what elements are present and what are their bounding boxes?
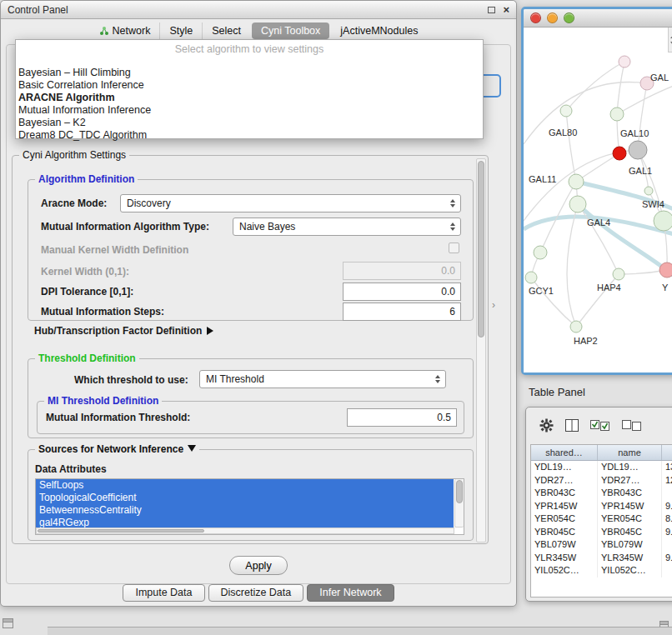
tab-discretize-data[interactable]: Discretize Data xyxy=(208,584,304,602)
table-row[interactable]: YBR043C YBR043C xyxy=(531,487,672,500)
tab-jactivemnodules[interactable]: jActiveMNodules xyxy=(331,22,427,39)
sources-group: Sources for Network Inference Data Attri… xyxy=(28,449,474,541)
network-node[interactable] xyxy=(654,211,672,231)
network-graph[interactable]: GALGAL80GAL10GAL11GAL1SWI4GAL4GCY1HAP4YH… xyxy=(524,28,672,372)
table-panel-window: shared… name YDL19… YDL19… 13 YDR27… YDR… xyxy=(525,407,672,602)
cell-shared-name: YDR27… xyxy=(531,474,598,488)
network-edge xyxy=(566,62,624,111)
network-node[interactable] xyxy=(613,268,624,280)
algorithm-option[interactable]: Dream8 DC_TDC Algorithm xyxy=(16,129,483,142)
node-table: shared… name YDL19… YDL19… 13 YDR27… YDR… xyxy=(530,444,672,598)
network-node[interactable] xyxy=(534,246,547,259)
kernel-width-label: Kernel Width (0,1): xyxy=(41,266,129,278)
sources-toggle[interactable]: Sources for Network Inference xyxy=(35,443,199,455)
attribute-item[interactable]: BetweennessCentrality xyxy=(36,504,454,517)
cell-extra: 13 xyxy=(662,461,672,474)
tab-infer-network[interactable]: Infer Network xyxy=(307,584,394,602)
network-node[interactable] xyxy=(613,147,626,160)
combo-arrows-icon xyxy=(432,375,445,383)
tab-style[interactable]: Style xyxy=(159,22,202,39)
network-node[interactable] xyxy=(569,196,586,212)
algorithm-option[interactable]: Bayesian – Hill Climbing xyxy=(16,67,483,79)
gear-icon[interactable] xyxy=(539,418,554,432)
cell-shared-name: YBR045C xyxy=(531,526,598,539)
algorithm-option-selected[interactable]: ARACNE Algorithm xyxy=(16,92,483,104)
tab-cyni-toolbox[interactable]: Cyni Toolbox xyxy=(252,22,329,39)
hub-definition-toggle[interactable]: Hub/Transcription Factor Definition xyxy=(34,325,213,337)
table-row[interactable]: YBR045C YBR045C 9. xyxy=(531,526,672,539)
network-node[interactable] xyxy=(610,108,624,121)
table-row[interactable]: YDL19… YDL19… 13 xyxy=(531,461,672,474)
dpi-tolerance-label: DPI Tolerance [0,1]: xyxy=(41,286,133,298)
close-window-icon[interactable]: × xyxy=(503,6,509,14)
minimized-panel-icon[interactable] xyxy=(3,618,13,628)
network-node[interactable] xyxy=(560,105,572,117)
network-node[interactable] xyxy=(525,272,537,283)
combo-value: Discovery xyxy=(127,198,171,209)
table-row[interactable]: YER054C YER054C 8. xyxy=(531,512,672,526)
tab-network[interactable]: Network xyxy=(90,22,160,39)
control-panel-titlebar[interactable]: Control Panel × xyxy=(1,1,516,19)
table-row[interactable]: YIL052C… YIL052C… xyxy=(531,564,672,578)
table-row[interactable]: YBL079W YBL079W xyxy=(531,538,672,552)
combo-value: MI Threshold xyxy=(206,373,264,385)
attribute-item[interactable]: TopologicalCoefficient xyxy=(36,492,454,504)
table-row[interactable]: YPR145W YPR145W 9. xyxy=(531,500,672,513)
algorithm-option[interactable]: Basic Correlation Inference xyxy=(16,79,483,92)
algorithm-option[interactable]: Mutual Information Inference xyxy=(16,104,483,117)
network-window-titlebar[interactable] xyxy=(524,9,672,28)
attributes-hscrollbar-thumb[interactable] xyxy=(38,529,204,532)
cell-extra: 12 xyxy=(662,474,672,488)
data-attributes-list[interactable]: SelfLoops TopologicalCoefficient Between… xyxy=(35,478,464,535)
network-node[interactable] xyxy=(644,187,653,195)
apply-button[interactable]: Apply xyxy=(229,556,288,575)
network-edge xyxy=(617,62,624,114)
network-scrollbar[interactable] xyxy=(668,28,672,52)
columns-icon[interactable] xyxy=(565,419,579,432)
network-canvas[interactable]: GALGAL80GAL10GAL11GAL1SWI4GAL4GCY1HAP4YH… xyxy=(524,28,672,372)
bottom-tabbar: Impute Data Discretize Data Infer Networ… xyxy=(1,584,516,602)
combo-arrows-icon xyxy=(447,199,460,208)
cell-name: YBL079W xyxy=(598,538,662,552)
column-header-shared-name[interactable]: shared… xyxy=(531,445,598,460)
column-header-name[interactable]: name xyxy=(598,445,662,460)
minimize-traffic-light[interactable] xyxy=(547,12,558,23)
mi-steps-field[interactable]: 6 xyxy=(343,302,461,321)
column-header-extra[interactable] xyxy=(662,445,672,460)
select-all-icon[interactable] xyxy=(590,420,610,431)
cell-name: YLR345W xyxy=(598,552,662,565)
aracne-mode-combo[interactable]: Discovery xyxy=(120,194,461,212)
dpi-tolerance-field[interactable]: 0.0 xyxy=(343,282,461,301)
close-traffic-light[interactable] xyxy=(530,12,541,23)
tab-select[interactable]: Select xyxy=(202,22,250,39)
table-row[interactable]: YLR345W YLR345W 9. xyxy=(531,552,672,565)
attributes-scrollbar-thumb[interactable] xyxy=(456,480,463,503)
window-title: Control Panel xyxy=(8,4,68,16)
network-node-label: SWI4 xyxy=(642,199,664,209)
cell-shared-name: YER054C xyxy=(531,512,598,526)
settings-scrollbar-thumb[interactable] xyxy=(478,161,484,338)
network-node[interactable] xyxy=(659,262,672,278)
attribute-item[interactable]: SelfLoops xyxy=(36,479,454,492)
attributes-hscrollbar[interactable] xyxy=(36,528,454,534)
network-node-label: HAP4 xyxy=(597,282,621,292)
attributes-scrollbar[interactable] xyxy=(454,479,464,528)
network-node[interactable] xyxy=(570,321,582,332)
network-node[interactable] xyxy=(629,141,647,159)
settings-scrollbar[interactable] xyxy=(476,158,486,542)
deselect-all-icon[interactable] xyxy=(622,420,642,431)
cell-shared-name: YIL052C… xyxy=(531,564,598,578)
mi-threshold-field[interactable]: 0.5 xyxy=(347,408,457,427)
network-node-label: Y xyxy=(662,282,669,292)
float-window-icon[interactable] xyxy=(488,7,495,13)
tab-impute-data[interactable]: Impute Data xyxy=(123,584,204,602)
network-node[interactable] xyxy=(569,174,584,189)
algorithm-option[interactable]: Bayesian – K2 xyxy=(16,117,483,129)
zoom-traffic-light[interactable] xyxy=(564,12,574,23)
mi-type-combo[interactable]: Naive Bayes xyxy=(233,218,461,236)
network-node[interactable] xyxy=(619,56,630,68)
which-threshold-combo[interactable]: MI Threshold xyxy=(199,370,446,388)
table-row[interactable]: YDR27… YDR27… 12 xyxy=(531,474,672,488)
group-title: Cyni Algorithm Settings xyxy=(19,149,129,161)
splitter-handle[interactable]: › xyxy=(492,299,495,311)
